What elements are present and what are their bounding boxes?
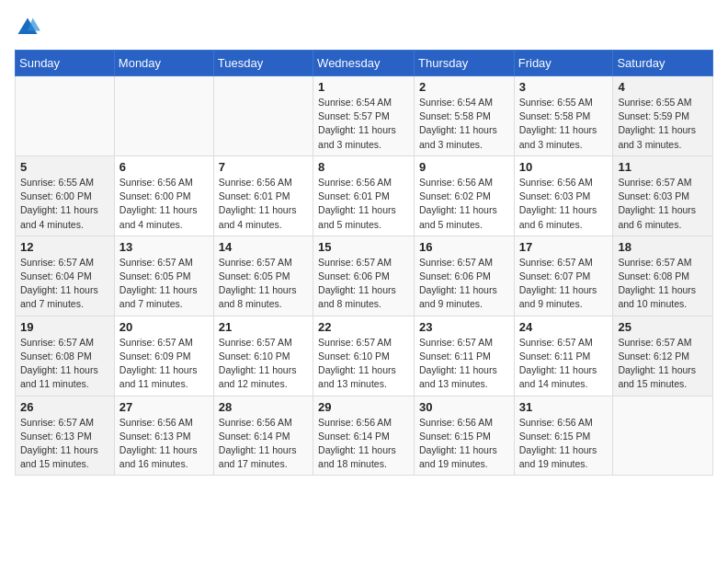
- day-info: Sunrise: 6:57 AMSunset: 6:11 PMDaylight:…: [419, 336, 509, 392]
- day-info: Sunrise: 6:57 AMSunset: 6:06 PMDaylight:…: [318, 256, 409, 312]
- day-number: 31: [519, 400, 609, 414]
- day-info: Sunrise: 6:57 AMSunset: 6:10 PMDaylight:…: [318, 336, 409, 392]
- day-number: 16: [419, 240, 509, 254]
- calendar-header: SundayMondayTuesdayWednesdayThursdayFrid…: [16, 51, 713, 76]
- day-number: 5: [20, 160, 109, 174]
- calendar-cell: 25Sunrise: 6:57 AMSunset: 6:12 PMDayligh…: [613, 316, 713, 396]
- week-row-2: 5Sunrise: 6:55 AMSunset: 6:00 PMDaylight…: [16, 155, 713, 236]
- day-info: Sunrise: 6:57 AMSunset: 6:05 PMDaylight:…: [119, 256, 209, 312]
- calendar-body: 1Sunrise: 6:54 AMSunset: 5:57 PMDaylight…: [16, 76, 713, 476]
- day-info: Sunrise: 6:56 AMSunset: 6:14 PMDaylight:…: [219, 416, 308, 472]
- day-number: 4: [618, 80, 708, 94]
- day-number: 11: [618, 160, 708, 174]
- day-number: 6: [119, 160, 209, 174]
- calendar-cell: [16, 76, 115, 156]
- day-info: Sunrise: 6:57 AMSunset: 6:09 PMDaylight:…: [119, 336, 209, 392]
- calendar-cell: 17Sunrise: 6:57 AMSunset: 6:07 PMDayligh…: [514, 236, 613, 316]
- day-info: Sunrise: 6:56 AMSunset: 6:01 PMDaylight:…: [219, 176, 308, 232]
- calendar-cell: 26Sunrise: 6:57 AMSunset: 6:13 PMDayligh…: [16, 396, 115, 476]
- calendar-cell: 27Sunrise: 6:56 AMSunset: 6:13 PMDayligh…: [114, 396, 213, 476]
- week-row-4: 19Sunrise: 6:57 AMSunset: 6:08 PMDayligh…: [16, 316, 713, 396]
- day-info: Sunrise: 6:56 AMSunset: 6:03 PMDaylight:…: [519, 176, 609, 232]
- day-number: 17: [519, 240, 609, 254]
- day-number: 28: [219, 400, 308, 414]
- day-number: 18: [618, 240, 708, 254]
- calendar-cell: 22Sunrise: 6:57 AMSunset: 6:10 PMDayligh…: [313, 316, 415, 396]
- day-number: 10: [519, 160, 609, 174]
- weekday-tuesday: Tuesday: [213, 51, 313, 76]
- day-number: 9: [419, 160, 509, 174]
- logo-icon: [15, 15, 40, 40]
- weekday-friday: Friday: [514, 51, 613, 76]
- day-number: 21: [219, 320, 308, 334]
- calendar-cell: 24Sunrise: 6:57 AMSunset: 6:11 PMDayligh…: [514, 316, 613, 396]
- day-info: Sunrise: 6:56 AMSunset: 6:00 PMDaylight:…: [119, 176, 209, 232]
- day-info: Sunrise: 6:57 AMSunset: 6:13 PMDaylight:…: [20, 416, 109, 472]
- day-number: 20: [119, 320, 209, 334]
- day-number: 3: [519, 80, 609, 94]
- day-number: 19: [20, 320, 109, 334]
- calendar-cell: 10Sunrise: 6:56 AMSunset: 6:03 PMDayligh…: [514, 155, 613, 236]
- day-info: Sunrise: 6:54 AMSunset: 5:57 PMDaylight:…: [318, 96, 409, 152]
- day-info: Sunrise: 6:56 AMSunset: 6:15 PMDaylight:…: [419, 416, 509, 472]
- day-info: Sunrise: 6:57 AMSunset: 6:12 PMDaylight:…: [618, 336, 708, 392]
- day-info: Sunrise: 6:56 AMSunset: 6:13 PMDaylight:…: [119, 416, 209, 472]
- day-info: Sunrise: 6:55 AMSunset: 5:58 PMDaylight:…: [519, 96, 609, 152]
- week-row-5: 26Sunrise: 6:57 AMSunset: 6:13 PMDayligh…: [16, 396, 713, 476]
- weekday-wednesday: Wednesday: [313, 51, 415, 76]
- calendar-cell: 19Sunrise: 6:57 AMSunset: 6:08 PMDayligh…: [16, 316, 115, 396]
- day-number: 25: [618, 320, 708, 334]
- page-header: [15, 15, 713, 40]
- logo: [15, 15, 44, 40]
- calendar-cell: 11Sunrise: 6:57 AMSunset: 6:03 PMDayligh…: [613, 155, 713, 236]
- calendar-cell: 18Sunrise: 6:57 AMSunset: 6:08 PMDayligh…: [613, 236, 713, 316]
- day-number: 27: [119, 400, 209, 414]
- day-info: Sunrise: 6:57 AMSunset: 6:10 PMDaylight:…: [219, 336, 308, 392]
- weekday-monday: Monday: [114, 51, 213, 76]
- calendar-cell: 5Sunrise: 6:55 AMSunset: 6:00 PMDaylight…: [16, 155, 115, 236]
- day-number: 8: [318, 160, 409, 174]
- weekday-header-row: SundayMondayTuesdayWednesdayThursdayFrid…: [16, 51, 713, 76]
- calendar-cell: 4Sunrise: 6:55 AMSunset: 5:59 PMDaylight…: [613, 76, 713, 156]
- calendar-cell: 21Sunrise: 6:57 AMSunset: 6:10 PMDayligh…: [213, 316, 313, 396]
- day-number: 7: [219, 160, 308, 174]
- day-info: Sunrise: 6:57 AMSunset: 6:05 PMDaylight:…: [219, 256, 308, 312]
- day-number: 30: [419, 400, 509, 414]
- weekday-thursday: Thursday: [415, 51, 515, 76]
- day-info: Sunrise: 6:57 AMSunset: 6:03 PMDaylight:…: [618, 176, 708, 232]
- weekday-sunday: Sunday: [16, 51, 115, 76]
- day-number: 13: [119, 240, 209, 254]
- day-number: 14: [219, 240, 308, 254]
- day-info: Sunrise: 6:57 AMSunset: 6:07 PMDaylight:…: [519, 256, 609, 312]
- day-number: 23: [419, 320, 509, 334]
- day-info: Sunrise: 6:57 AMSunset: 6:11 PMDaylight:…: [519, 336, 609, 392]
- day-info: Sunrise: 6:54 AMSunset: 5:58 PMDaylight:…: [419, 96, 509, 152]
- calendar-cell: 12Sunrise: 6:57 AMSunset: 6:04 PMDayligh…: [16, 236, 115, 316]
- calendar-cell: 8Sunrise: 6:56 AMSunset: 6:01 PMDaylight…: [313, 155, 415, 236]
- calendar-cell: 9Sunrise: 6:56 AMSunset: 6:02 PMDaylight…: [415, 155, 515, 236]
- calendar-cell: 29Sunrise: 6:56 AMSunset: 6:14 PMDayligh…: [313, 396, 415, 476]
- day-info: Sunrise: 6:56 AMSunset: 6:14 PMDaylight:…: [318, 416, 409, 472]
- calendar-cell: 7Sunrise: 6:56 AMSunset: 6:01 PMDaylight…: [213, 155, 313, 236]
- calendar-cell: 31Sunrise: 6:56 AMSunset: 6:15 PMDayligh…: [514, 396, 613, 476]
- calendar-cell: 14Sunrise: 6:57 AMSunset: 6:05 PMDayligh…: [213, 236, 313, 316]
- calendar-cell: 16Sunrise: 6:57 AMSunset: 6:06 PMDayligh…: [415, 236, 515, 316]
- calendar-cell: 2Sunrise: 6:54 AMSunset: 5:58 PMDaylight…: [415, 76, 515, 156]
- calendar-cell: 28Sunrise: 6:56 AMSunset: 6:14 PMDayligh…: [213, 396, 313, 476]
- calendar-cell: [114, 76, 213, 156]
- day-info: Sunrise: 6:57 AMSunset: 6:08 PMDaylight:…: [618, 256, 708, 312]
- calendar-cell: 1Sunrise: 6:54 AMSunset: 5:57 PMDaylight…: [313, 76, 415, 156]
- week-row-1: 1Sunrise: 6:54 AMSunset: 5:57 PMDaylight…: [16, 76, 713, 156]
- day-number: 29: [318, 400, 409, 414]
- day-info: Sunrise: 6:56 AMSunset: 6:01 PMDaylight:…: [318, 176, 409, 232]
- calendar-table: SundayMondayTuesdayWednesdayThursdayFrid…: [15, 50, 713, 476]
- week-row-3: 12Sunrise: 6:57 AMSunset: 6:04 PMDayligh…: [16, 236, 713, 316]
- day-info: Sunrise: 6:55 AMSunset: 5:59 PMDaylight:…: [618, 96, 708, 152]
- day-number: 15: [318, 240, 409, 254]
- day-number: 12: [20, 240, 109, 254]
- day-number: 1: [318, 80, 409, 94]
- calendar-cell: 6Sunrise: 6:56 AMSunset: 6:00 PMDaylight…: [114, 155, 213, 236]
- day-info: Sunrise: 6:57 AMSunset: 6:06 PMDaylight:…: [419, 256, 509, 312]
- day-number: 26: [20, 400, 109, 414]
- day-info: Sunrise: 6:55 AMSunset: 6:00 PMDaylight:…: [20, 176, 109, 232]
